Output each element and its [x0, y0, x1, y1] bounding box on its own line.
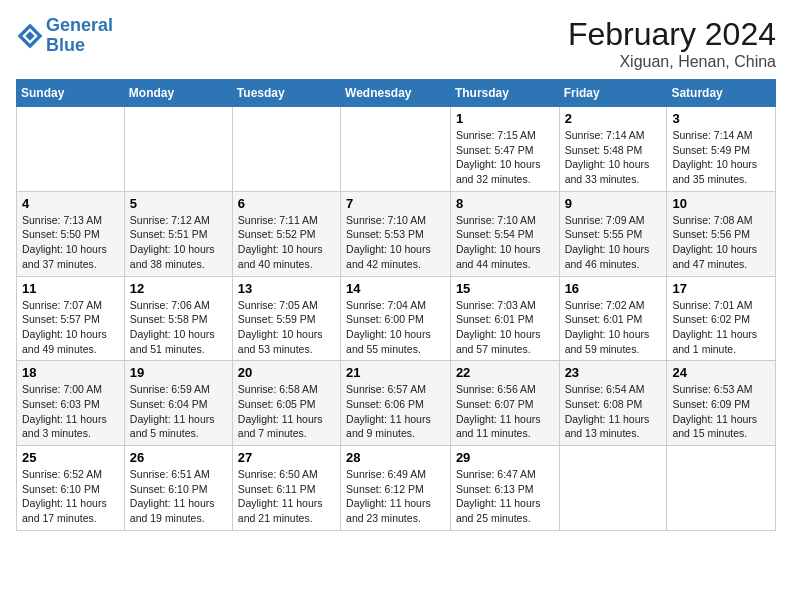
calendar-cell: [341, 107, 451, 192]
weekday-header-tuesday: Tuesday: [232, 80, 340, 107]
weekday-header-thursday: Thursday: [450, 80, 559, 107]
day-number: 15: [456, 281, 554, 296]
calendar-cell: [124, 107, 232, 192]
calendar-cell: 1Sunrise: 7:15 AMSunset: 5:47 PMDaylight…: [450, 107, 559, 192]
calendar-cell: 24Sunrise: 6:53 AMSunset: 6:09 PMDayligh…: [667, 361, 776, 446]
day-info: Sunrise: 6:57 AMSunset: 6:06 PMDaylight:…: [346, 382, 445, 441]
calendar-cell: 22Sunrise: 6:56 AMSunset: 6:07 PMDayligh…: [450, 361, 559, 446]
day-info: Sunrise: 7:05 AMSunset: 5:59 PMDaylight:…: [238, 298, 335, 357]
calendar-cell: 4Sunrise: 7:13 AMSunset: 5:50 PMDaylight…: [17, 191, 125, 276]
calendar-cell: 2Sunrise: 7:14 AMSunset: 5:48 PMDaylight…: [559, 107, 667, 192]
weekday-header-wednesday: Wednesday: [341, 80, 451, 107]
day-number: 3: [672, 111, 770, 126]
day-info: Sunrise: 7:03 AMSunset: 6:01 PMDaylight:…: [456, 298, 554, 357]
calendar-cell: 14Sunrise: 7:04 AMSunset: 6:00 PMDayligh…: [341, 276, 451, 361]
day-info: Sunrise: 7:13 AMSunset: 5:50 PMDaylight:…: [22, 213, 119, 272]
day-info: Sunrise: 7:10 AMSunset: 5:54 PMDaylight:…: [456, 213, 554, 272]
calendar-cell: 23Sunrise: 6:54 AMSunset: 6:08 PMDayligh…: [559, 361, 667, 446]
day-number: 8: [456, 196, 554, 211]
day-info: Sunrise: 7:14 AMSunset: 5:49 PMDaylight:…: [672, 128, 770, 187]
day-info: Sunrise: 6:51 AMSunset: 6:10 PMDaylight:…: [130, 467, 227, 526]
day-number: 27: [238, 450, 335, 465]
weekday-header-saturday: Saturday: [667, 80, 776, 107]
calendar-cell: [232, 107, 340, 192]
calendar-cell: 6Sunrise: 7:11 AMSunset: 5:52 PMDaylight…: [232, 191, 340, 276]
day-info: Sunrise: 7:06 AMSunset: 5:58 PMDaylight:…: [130, 298, 227, 357]
weekday-header-monday: Monday: [124, 80, 232, 107]
calendar-cell: 27Sunrise: 6:50 AMSunset: 6:11 PMDayligh…: [232, 446, 340, 531]
day-info: Sunrise: 6:49 AMSunset: 6:12 PMDaylight:…: [346, 467, 445, 526]
day-number: 9: [565, 196, 662, 211]
day-number: 24: [672, 365, 770, 380]
calendar-cell: 20Sunrise: 6:58 AMSunset: 6:05 PMDayligh…: [232, 361, 340, 446]
day-info: Sunrise: 6:50 AMSunset: 6:11 PMDaylight:…: [238, 467, 335, 526]
calendar-cell: 17Sunrise: 7:01 AMSunset: 6:02 PMDayligh…: [667, 276, 776, 361]
day-number: 2: [565, 111, 662, 126]
day-number: 14: [346, 281, 445, 296]
calendar-week-row: 11Sunrise: 7:07 AMSunset: 5:57 PMDayligh…: [17, 276, 776, 361]
calendar-cell: 11Sunrise: 7:07 AMSunset: 5:57 PMDayligh…: [17, 276, 125, 361]
day-info: Sunrise: 7:00 AMSunset: 6:03 PMDaylight:…: [22, 382, 119, 441]
day-number: 28: [346, 450, 445, 465]
calendar-cell: 10Sunrise: 7:08 AMSunset: 5:56 PMDayligh…: [667, 191, 776, 276]
day-number: 7: [346, 196, 445, 211]
logo-general: General: [46, 15, 113, 35]
day-info: Sunrise: 7:07 AMSunset: 5:57 PMDaylight:…: [22, 298, 119, 357]
calendar-week-row: 18Sunrise: 7:00 AMSunset: 6:03 PMDayligh…: [17, 361, 776, 446]
day-number: 19: [130, 365, 227, 380]
day-number: 18: [22, 365, 119, 380]
calendar-cell: [667, 446, 776, 531]
calendar-week-row: 4Sunrise: 7:13 AMSunset: 5:50 PMDaylight…: [17, 191, 776, 276]
day-info: Sunrise: 6:59 AMSunset: 6:04 PMDaylight:…: [130, 382, 227, 441]
day-number: 12: [130, 281, 227, 296]
day-info: Sunrise: 6:53 AMSunset: 6:09 PMDaylight:…: [672, 382, 770, 441]
day-info: Sunrise: 6:56 AMSunset: 6:07 PMDaylight:…: [456, 382, 554, 441]
day-number: 25: [22, 450, 119, 465]
calendar-cell: 8Sunrise: 7:10 AMSunset: 5:54 PMDaylight…: [450, 191, 559, 276]
calendar-cell: 7Sunrise: 7:10 AMSunset: 5:53 PMDaylight…: [341, 191, 451, 276]
day-info: Sunrise: 7:02 AMSunset: 6:01 PMDaylight:…: [565, 298, 662, 357]
day-number: 17: [672, 281, 770, 296]
day-number: 13: [238, 281, 335, 296]
day-info: Sunrise: 7:14 AMSunset: 5:48 PMDaylight:…: [565, 128, 662, 187]
calendar-cell: 12Sunrise: 7:06 AMSunset: 5:58 PMDayligh…: [124, 276, 232, 361]
title-section: February 2024 Xiguan, Henan, China: [568, 16, 776, 71]
calendar-cell: 5Sunrise: 7:12 AMSunset: 5:51 PMDaylight…: [124, 191, 232, 276]
day-number: 23: [565, 365, 662, 380]
calendar-cell: [559, 446, 667, 531]
weekday-header-sunday: Sunday: [17, 80, 125, 107]
logo-blue: Blue: [46, 35, 85, 55]
calendar-cell: 19Sunrise: 6:59 AMSunset: 6:04 PMDayligh…: [124, 361, 232, 446]
day-number: 20: [238, 365, 335, 380]
day-info: Sunrise: 7:15 AMSunset: 5:47 PMDaylight:…: [456, 128, 554, 187]
calendar-week-row: 1Sunrise: 7:15 AMSunset: 5:47 PMDaylight…: [17, 107, 776, 192]
calendar-cell: 18Sunrise: 7:00 AMSunset: 6:03 PMDayligh…: [17, 361, 125, 446]
day-number: 29: [456, 450, 554, 465]
calendar-cell: [17, 107, 125, 192]
calendar-cell: 13Sunrise: 7:05 AMSunset: 5:59 PMDayligh…: [232, 276, 340, 361]
calendar-cell: 15Sunrise: 7:03 AMSunset: 6:01 PMDayligh…: [450, 276, 559, 361]
month-title: February 2024: [568, 16, 776, 53]
weekday-header-row: SundayMondayTuesdayWednesdayThursdayFrid…: [17, 80, 776, 107]
calendar-cell: 25Sunrise: 6:52 AMSunset: 6:10 PMDayligh…: [17, 446, 125, 531]
page-header: General Blue February 2024 Xiguan, Henan…: [16, 16, 776, 71]
day-info: Sunrise: 6:54 AMSunset: 6:08 PMDaylight:…: [565, 382, 662, 441]
calendar-week-row: 25Sunrise: 6:52 AMSunset: 6:10 PMDayligh…: [17, 446, 776, 531]
day-info: Sunrise: 7:04 AMSunset: 6:00 PMDaylight:…: [346, 298, 445, 357]
weekday-header-friday: Friday: [559, 80, 667, 107]
day-info: Sunrise: 6:58 AMSunset: 6:05 PMDaylight:…: [238, 382, 335, 441]
location-title: Xiguan, Henan, China: [568, 53, 776, 71]
logo: General Blue: [16, 16, 113, 56]
day-info: Sunrise: 7:08 AMSunset: 5:56 PMDaylight:…: [672, 213, 770, 272]
day-info: Sunrise: 7:01 AMSunset: 6:02 PMDaylight:…: [672, 298, 770, 357]
day-number: 10: [672, 196, 770, 211]
day-number: 16: [565, 281, 662, 296]
day-number: 21: [346, 365, 445, 380]
calendar-cell: 3Sunrise: 7:14 AMSunset: 5:49 PMDaylight…: [667, 107, 776, 192]
day-info: Sunrise: 6:47 AMSunset: 6:13 PMDaylight:…: [456, 467, 554, 526]
day-info: Sunrise: 7:11 AMSunset: 5:52 PMDaylight:…: [238, 213, 335, 272]
day-number: 6: [238, 196, 335, 211]
day-number: 5: [130, 196, 227, 211]
day-info: Sunrise: 6:52 AMSunset: 6:10 PMDaylight:…: [22, 467, 119, 526]
calendar-cell: 9Sunrise: 7:09 AMSunset: 5:55 PMDaylight…: [559, 191, 667, 276]
